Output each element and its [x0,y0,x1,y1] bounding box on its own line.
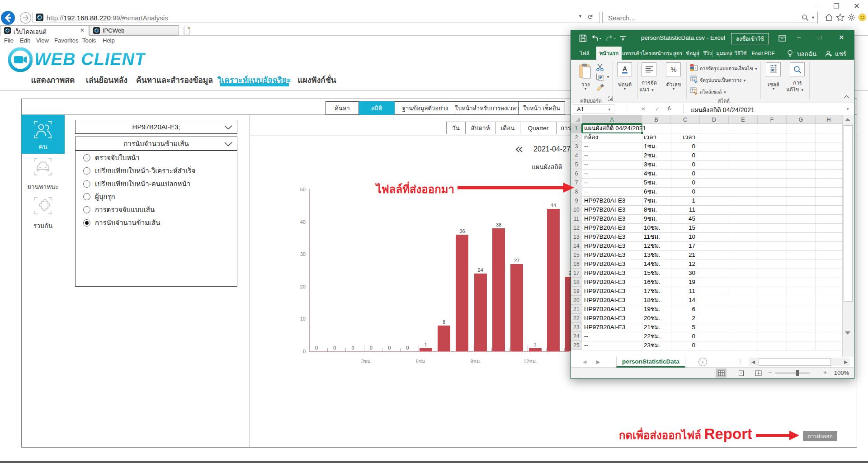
menubar-item-help[interactable]: Help [103,36,115,46]
analysis-tab-1[interactable]: สถิติ [359,101,395,115]
radio-icon[interactable] [83,206,90,213]
insert-function-icon[interactable]: fx [668,105,671,112]
hscroll-track[interactable] [758,358,841,366]
cell-A13[interactable]: HP97B20AI-E3 [584,232,626,241]
period-tab-3[interactable]: Quarter [520,122,557,134]
cell-B11[interactable]: 9ชม. [644,214,657,223]
cell-C2[interactable]: เวลา [671,133,695,142]
menubar-item-file[interactable]: File [4,36,14,46]
feedback-smiley-icon[interactable] [858,13,867,22]
row-header-10[interactable]: 10 [571,205,582,214]
paste-icon[interactable] [579,63,592,80]
cell-styles-button[interactable]: สไตล์เซลล์ ▼ [700,88,726,96]
quick-access-toolbar-icon[interactable] [620,36,626,41]
cell-A21[interactable]: HP97B20AI-E3 [584,305,626,314]
hscroll-left-icon[interactable]: ◀ [749,358,758,366]
excel-ribbon-tab-0[interactable]: ไฟล์ [575,47,594,60]
radio-option-5[interactable]: การนับจำนวนข้ามเส้น [83,219,160,227]
column-header-G[interactable]: G [787,115,816,124]
favorites-star-icon[interactable] [836,13,844,22]
analysis-tab-0[interactable]: ค้นหา [326,101,359,115]
cells-button[interactable] [766,62,781,76]
radio-option-4[interactable]: การตรวจจับแบบเส้น [83,206,155,214]
radio-option-3[interactable]: ผู้บุกรุก [83,193,115,201]
cell-C6[interactable]: 0 [671,169,695,178]
cell-C8[interactable]: 0 [671,187,695,196]
autocomplete-dropdown-icon[interactable]: ▼ [578,14,582,19]
sidebar-item-person[interactable]: คน [21,115,65,154]
excel-minimize-icon[interactable]: – [797,33,801,41]
close-icon[interactable]: ✕ [850,1,863,12]
row-header-19[interactable]: 19 [571,287,582,296]
zoom-out-icon[interactable]: − [768,369,772,376]
font-button[interactable]: A [617,62,632,76]
cell-B13[interactable]: 11ชม. [644,232,660,241]
row-header-11[interactable]: 11 [571,214,582,223]
row-header-3[interactable]: 3 [571,142,582,151]
camera-select[interactable]: HP97B20AI-E3; [75,120,237,134]
add-sheet-icon[interactable]: + [698,358,707,366]
cells-dropdown-icon[interactable]: ▼ [772,87,775,91]
cell-A22[interactable]: HP97B20AI-E3 [584,314,626,323]
cell-C10[interactable]: 11 [671,205,695,214]
sidebar-item-combined[interactable]: รวมกัน [21,196,65,231]
cell-B23[interactable]: 21ชม. [644,323,660,332]
cell-C25[interactable]: 0 [671,341,695,350]
row-header-18[interactable]: 18 [571,278,582,287]
nav-item-4[interactable]: แผงฟังก์ชั่น [297,74,336,86]
save-icon[interactable] [579,34,587,42]
menubar-item-tools[interactable]: Tools [82,36,96,46]
zoom-slider-handle[interactable] [796,370,799,376]
vscroll-up-icon[interactable] [845,118,850,121]
row-header-17[interactable]: 17 [571,269,582,278]
cell-C19[interactable]: 11 [671,287,695,296]
cell-B25[interactable]: 23ชม. [644,341,660,350]
conditional-formatting-button[interactable]: การจัดรูปแบบตามเงื่อนไข ▼ [700,65,758,72]
hscroll-thumb[interactable] [759,358,831,366]
column-header-E[interactable]: E [729,115,758,124]
tell-me[interactable]: บอกฉัน [787,49,816,59]
row-header-13[interactable]: 13 [571,232,582,241]
confirm-entry-icon[interactable]: ✓ [655,106,660,112]
cell-C3[interactable]: 0 [671,142,695,151]
browser-tab-webclient[interactable]: เว็บไคลเอนต์ ✕ [0,25,89,36]
cell-A9[interactable]: HP97B20AI-E3 [584,196,626,205]
prev-date-icon[interactable] [515,146,523,152]
cell-C22[interactable]: 2 [671,314,695,323]
cell-A3[interactable]: -- [584,142,588,151]
cell-B6[interactable]: 4ชม. [644,169,657,178]
excel-ribbon-tab-1[interactable]: หน้าแรก [596,47,622,60]
tab-close-icon[interactable]: ✕ [80,27,85,33]
cell-B14[interactable]: 12ชม. [644,241,660,250]
nav-item-0[interactable]: แสดงภาพสด [31,74,75,86]
forward-button[interactable] [20,12,31,24]
cell-A20[interactable]: HP97B20AI-E3 [584,296,626,305]
cell-A23[interactable]: HP97B20AI-E3 [584,323,626,332]
cell-A14[interactable]: HP97B20AI-E3 [584,241,626,250]
cell-B22[interactable]: 20ชม. [644,314,660,323]
period-tab-2[interactable]: เดือน [495,122,520,134]
column-header-H[interactable]: H [816,115,842,124]
menubar-item-view[interactable]: View [36,36,49,46]
restore-icon[interactable]: ❐ [830,1,843,12]
row-header-23[interactable]: 23 [571,323,582,332]
row-header-2[interactable]: 2 [571,133,582,142]
period-tab-0[interactable]: วัน [446,122,466,134]
column-header-C[interactable]: C [671,115,700,124]
cell-B18[interactable]: 16ชม. [644,278,660,287]
zoom-in-icon[interactable]: + [823,369,827,376]
cell-C4[interactable]: 0 [671,151,695,160]
row-header-25[interactable]: 25 [571,341,582,350]
cell-C5[interactable]: 0 [671,160,695,169]
page-layout-view-icon[interactable] [736,369,746,378]
format-painter-icon[interactable] [596,83,605,92]
cell-A16[interactable]: HP97B20AI-E3 [584,260,626,269]
cell-C24[interactable]: 0 [671,332,695,341]
fill-handle[interactable] [641,132,643,134]
minimize-icon[interactable]: – [809,1,823,12]
radio-option-0[interactable]: ตรวจจับใบหน้า [83,154,140,162]
cell-C13[interactable]: 10 [671,232,695,241]
settings-gear-icon[interactable] [847,13,856,22]
cell-C12[interactable]: 15 [671,223,695,232]
row-header-5[interactable]: 5 [571,160,582,169]
